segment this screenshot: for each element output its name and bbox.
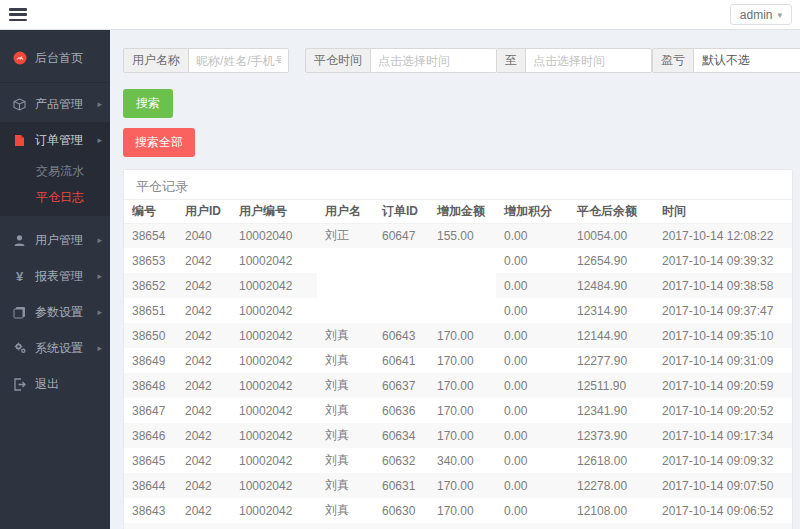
table-row: 386512042100020420.0012314.902017-10-14 … (124, 298, 792, 323)
table-cell: 38653 (124, 248, 177, 273)
table-row: 38646204210002042刘真60634170.000.0012373.… (124, 423, 792, 448)
table-header-row: 编号用户ID用户编号用户名订单ID增加金额增加积分平仓后余额时间 (124, 200, 792, 223)
table-cell: 10002042 (231, 373, 317, 398)
to-label: 至 (497, 48, 526, 73)
table-cell: 12484.90 (569, 273, 654, 298)
table-cell: 2017-10-14 09:31:09 (654, 348, 792, 373)
sidebar-item-system-settings[interactable]: 系统设置 ▸ (0, 330, 110, 366)
table-cell: 2017-10-14 08:47:06 (654, 523, 792, 529)
table-cell: 0.00 (496, 248, 569, 273)
username-input[interactable] (189, 48, 289, 73)
table-cell: 2017-10-14 09:35:10 (654, 323, 792, 348)
sidebar-item-label: 后台首页 (35, 50, 83, 67)
table-row: 386532042100020420.0012654.902017-10-14 … (124, 248, 792, 273)
sidebar-item-logout[interactable]: 退出 (0, 366, 110, 402)
table-cell: 10054.00 (569, 223, 654, 248)
table-cell: 60637 (374, 373, 429, 398)
table-cell: 2042 (177, 523, 231, 529)
sidebar-item-users[interactable]: 用户管理 ▸ (0, 222, 110, 258)
close-records-panel: 平仓记录 编号用户ID用户编号用户名订单ID增加金额增加积分平仓后余额时间 38… (123, 169, 793, 529)
table-cell: 60641 (374, 348, 429, 373)
close-records-table: 编号用户ID用户编号用户名订单ID增加金额增加积分平仓后余额时间 3865420… (124, 200, 792, 529)
table-cell: 170.00 (429, 323, 496, 348)
table-cell (374, 298, 429, 323)
sidebar: 后台首页 产品管理 ▸ 订单管理 ▸ 交易流水 平仓日志 用户管理 ▸ ¥ 报表… (0, 30, 110, 529)
close-time-filter-group: 平仓时间 至 (305, 48, 652, 73)
table-cell: 2017-10-14 09:38:58 (654, 273, 792, 298)
chevron-right-icon: ▸ (97, 307, 102, 317)
table-cell: 0.00 (496, 523, 569, 529)
table-cell: 38652 (124, 273, 177, 298)
table-cell: 10002042 (231, 298, 317, 323)
sidebar-item-reports[interactable]: ¥ 报表管理 ▸ (0, 258, 110, 294)
table-row: 38643204210002042刘真60630170.000.0012108.… (124, 498, 792, 523)
profit-loss-select[interactable]: 默认不选 (694, 48, 800, 73)
table-cell: 0.00 (496, 398, 569, 423)
table-cell: 刘真 (317, 348, 374, 373)
table-cell: 2042 (177, 423, 231, 448)
table-cell: 12511.90 (569, 373, 654, 398)
table-cell: 2042 (177, 373, 231, 398)
column-header: 平仓后余额 (569, 200, 654, 223)
sidebar-item-close-position-log[interactable]: 平仓日志 (0, 184, 110, 210)
chevron-down-icon: ▾ (777, 10, 782, 20)
sidebar-item-label: 系统设置 (35, 340, 83, 357)
table-row: 386522042100020420.0012484.902017-10-14 … (124, 273, 792, 298)
table-cell: 10002042 (231, 348, 317, 373)
table-cell (374, 248, 429, 273)
admin-user-label: admin (740, 8, 773, 22)
orders-submenu: 交易流水 平仓日志 (0, 158, 110, 216)
sidebar-item-products[interactable]: 产品管理 ▸ (0, 86, 110, 122)
search-all-button[interactable]: 搜索全部 (123, 128, 195, 157)
table-cell: 12373.90 (569, 423, 654, 448)
table-cell (429, 298, 496, 323)
table-cell (317, 248, 374, 273)
admin-user-menu[interactable]: admin ▾ (730, 4, 792, 25)
table-cell: 2042 (177, 498, 231, 523)
table-cell: 刘真 (317, 498, 374, 523)
table-cell: 2040 (177, 223, 231, 248)
hamburger-menu-icon[interactable] (9, 8, 27, 21)
logout-icon (12, 377, 27, 392)
table-cell: 0.00 (496, 348, 569, 373)
sidebar-item-label: 用户管理 (35, 232, 83, 249)
table-cell: 2042 (177, 323, 231, 348)
column-header: 增加积分 (496, 200, 569, 223)
search-button[interactable]: 搜索 (123, 89, 173, 118)
table-cell: 2042 (177, 398, 231, 423)
time-from-input[interactable] (371, 48, 497, 73)
table-cell: 12618.00 (569, 448, 654, 473)
profit-loss-selected-value: 默认不选 (694, 52, 800, 69)
table-cell (374, 273, 429, 298)
column-header: 用户ID (177, 200, 231, 223)
table-cell: 38643 (124, 498, 177, 523)
chevron-right-icon: ▸ (97, 271, 102, 281)
table-cell: 刘真 (317, 448, 374, 473)
sidebar-item-parameters[interactable]: 参数设置 ▸ (0, 294, 110, 330)
table-cell: 170.00 (429, 398, 496, 423)
profit-loss-filter-group: 盈亏 默认不选 (652, 48, 800, 73)
table-cell: 60643 (374, 323, 429, 348)
report-icon: ¥ (12, 269, 27, 284)
sidebar-item-orders[interactable]: 订单管理 ▸ (0, 122, 110, 158)
table-cell: 10002042 (231, 273, 317, 298)
table-cell: 0.00 (496, 498, 569, 523)
table-cell: 60634 (374, 423, 429, 448)
table-cell: 170.00 (429, 348, 496, 373)
table-cell: 2017-10-14 12:08:22 (654, 223, 792, 248)
table-cell: 2042 (177, 473, 231, 498)
table-cell (317, 298, 374, 323)
dashboard-icon (12, 51, 27, 66)
time-to-input[interactable] (526, 48, 652, 73)
table-cell: 12443.00 (569, 523, 654, 529)
table-row: 38642204210002042刘真60628190.000.0012443.… (124, 523, 792, 529)
table-cell: 12654.90 (569, 248, 654, 273)
sidebar-item-dashboard[interactable]: 后台首页 (0, 40, 110, 76)
table-row: 38645204210002042刘真60632340.000.0012618.… (124, 448, 792, 473)
table-cell: 10002040 (231, 223, 317, 248)
table-cell: 0.00 (496, 448, 569, 473)
sidebar-item-transaction-flow[interactable]: 交易流水 (0, 158, 110, 184)
table-cell: 2017-10-14 09:09:32 (654, 448, 792, 473)
table-cell (429, 273, 496, 298)
order-icon (12, 133, 27, 148)
